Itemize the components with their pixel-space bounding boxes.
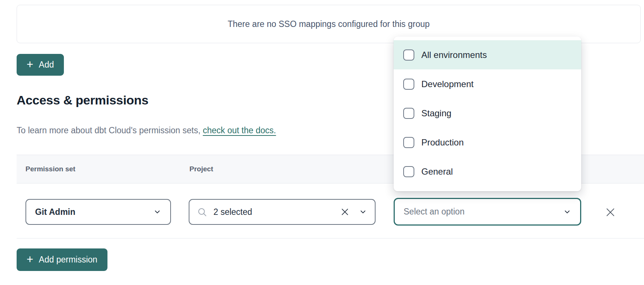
sso-empty-message: There are no SSO mappings configured for… xyxy=(227,19,429,29)
column-header-permission-set: Permission set xyxy=(25,155,75,183)
environment-select-placeholder: Select an option xyxy=(404,207,465,217)
dropdown-option-staging[interactable]: Staging xyxy=(394,99,581,128)
plus-icon: + xyxy=(27,254,33,265)
option-label: Development xyxy=(421,79,473,89)
project-selected-count: 2 selected xyxy=(213,207,334,217)
project-multiselect[interactable]: 2 selected xyxy=(189,199,376,225)
add-sso-mapping-button[interactable]: + Add xyxy=(17,54,64,76)
dropdown-option-general[interactable]: General xyxy=(394,157,581,186)
checkbox-unchecked-icon[interactable] xyxy=(403,108,414,119)
chevron-down-icon xyxy=(359,208,367,216)
column-header-project: Project xyxy=(189,155,213,183)
page-title: Access & permissions xyxy=(17,93,148,107)
permissions-description: To learn more about dbt Cloud's permissi… xyxy=(17,126,276,135)
group-settings-page: There are no SSO mappings configured for… xyxy=(0,0,644,285)
chevron-down-icon xyxy=(563,208,571,216)
clear-selection-icon[interactable] xyxy=(340,207,350,217)
search-icon xyxy=(197,207,207,217)
dropdown-option-production[interactable]: Production xyxy=(394,128,581,157)
add-permission-button[interactable]: + Add permission xyxy=(17,248,107,271)
option-label: All environments xyxy=(421,50,487,60)
plus-icon: + xyxy=(27,59,33,70)
docs-link[interactable]: check out the docs. xyxy=(203,126,276,135)
chevron-down-icon xyxy=(153,208,161,216)
permission-set-select[interactable]: Git Admin xyxy=(25,199,171,225)
option-label: General xyxy=(421,166,453,177)
add-button-label: Add xyxy=(39,60,54,70)
checkbox-unchecked-icon[interactable] xyxy=(403,166,414,177)
checkbox-unchecked-icon[interactable] xyxy=(403,79,414,90)
add-permission-label: Add permission xyxy=(39,255,97,265)
environment-select[interactable]: Select an option xyxy=(394,198,581,226)
dropdown-option-development[interactable]: Development xyxy=(394,69,581,99)
option-label: Production xyxy=(421,137,464,148)
environment-dropdown-menu: All environments Development Staging Pro… xyxy=(394,37,581,191)
option-label: Staging xyxy=(421,108,451,119)
checkbox-unchecked-icon[interactable] xyxy=(403,49,414,61)
row-divider xyxy=(17,238,644,238)
permission-set-value: Git Admin xyxy=(35,207,75,217)
description-text: To learn more about dbt Cloud's permissi… xyxy=(17,126,201,135)
checkbox-unchecked-icon[interactable] xyxy=(403,137,414,148)
remove-row-button[interactable] xyxy=(604,206,616,218)
dropdown-option-all-environments[interactable]: All environments xyxy=(394,40,581,69)
